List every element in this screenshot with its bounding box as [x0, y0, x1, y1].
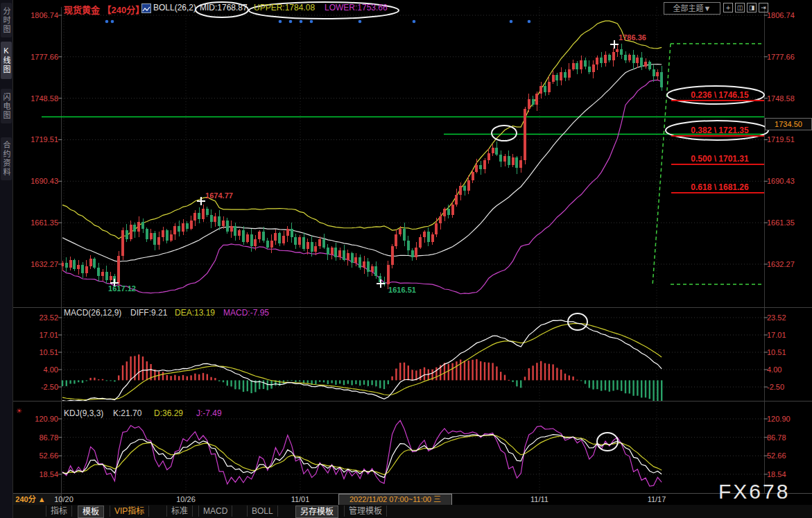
toolbar-tab-3[interactable]: VIP指标: [110, 506, 149, 517]
crosshair-icon[interactable]: +: [723, 3, 733, 12]
layout-view-icon[interactable]: ◨: [747, 3, 757, 12]
toolbar-tab-5[interactable]: MACD: [198, 506, 232, 517]
split-view-icon[interactable]: ◫: [735, 3, 745, 12]
theme-selector-dropdown[interactable]: 全部主题▼: [664, 2, 720, 15]
toolbar-tab-7[interactable]: 另存模板: [295, 506, 338, 518]
trading-app-window: 分时图K线图闪电图合约资料 现货黄金 【240分】 BOLL(26,2) MID…: [0, 0, 812, 518]
toolbar-tab-8[interactable]: 管理模板: [344, 506, 387, 517]
toolbar-tab-2[interactable]: 模板: [78, 506, 104, 518]
toolbar-tab-1[interactable]: 指标: [46, 506, 72, 517]
period-selector[interactable]: 240分 ▲: [0, 494, 62, 505]
toolbar-tab-6[interactable]: BOLL: [247, 506, 278, 517]
candlestick-chart-canvas[interactable]: [0, 0, 812, 518]
pop-out-icon[interactable]: ⇥: [759, 3, 768, 12]
toolbar-tab-4[interactable]: 标准: [166, 506, 193, 517]
